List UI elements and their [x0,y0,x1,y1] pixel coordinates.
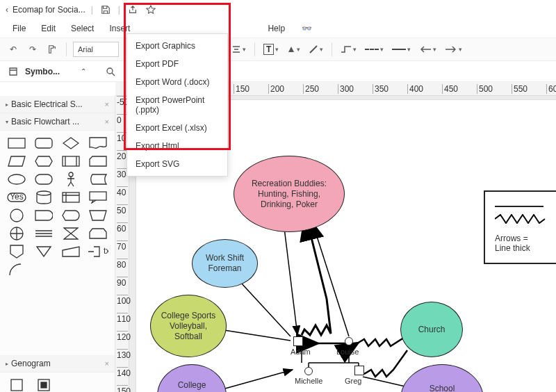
shape-offpage[interactable] [6,245,28,259]
shape-card[interactable] [86,154,109,168]
shape-circle[interactable] [6,209,28,222]
svg-text:Yes: Yes [10,193,24,202]
connector-button[interactable]: ▾ [338,42,359,57]
shape-internal-storage[interactable] [60,190,83,204]
menu-edit[interactable]: Edit [34,22,63,35]
shape-ellipse[interactable] [6,172,28,186]
fill-color-button[interactable]: ▾ [285,42,302,57]
arrow-start-button[interactable]: ▾ [417,42,439,57]
svg-point-6 [69,172,73,177]
menu-export-excel[interactable]: Export Excel (.xlsx) [127,119,227,137]
shape-predefined[interactable] [60,154,83,168]
shape-actor[interactable] [60,172,83,186]
shape-arc[interactable] [6,263,28,277]
shape-stored-data[interactable] [86,172,109,186]
node-michelle[interactable] [304,367,313,375]
close-panel-icon[interactable]: × [105,117,109,126]
symbols-label: Symbo... [25,67,76,76]
align-center-button[interactable]: ▾ [229,42,248,57]
separator [125,42,126,56]
node-louise[interactable] [345,337,353,345]
shape-manual-input[interactable] [60,245,83,259]
node-school[interactable]: School Good Student but very tense, [400,364,484,392]
undo-button[interactable]: ↶ [6,42,21,57]
svg-point-4 [8,174,25,184]
node-greg[interactable] [354,366,364,375]
panel-title: Basic Electrical S... [11,99,83,109]
star-icon[interactable] [144,3,158,17]
node-adam[interactable] [293,336,303,346]
svg-rect-1 [8,138,25,148]
panel-header-electrical[interactable]: ▸ Basic Electrical S... × [0,96,115,113]
menu-export-word[interactable]: Export Word (.docx) [127,73,227,91]
panel-header-flowchart[interactable]: ▾ Basic Flowchart ... × [0,113,115,131]
node-recreation[interactable]: Recreation Buddies: Hunting, Fishing, Dr… [234,156,345,232]
export-icon[interactable] [126,3,140,17]
menu-export-pdf[interactable]: Export PDF [127,55,227,73]
shape-collate[interactable] [60,227,83,240]
flowchart-shapes: Yes txt [0,131,115,282]
line-style-button[interactable]: ▾ [363,42,386,57]
shape-annotation[interactable]: txt [86,245,109,259]
label-adam: Adam [291,348,311,356]
shape-parallelogram[interactable] [6,154,28,168]
shape-rounded-rect[interactable] [33,136,56,150]
menu-export-powerpoint[interactable]: Export PowerPoint (.pptx) [127,91,227,119]
close-panel-icon[interactable]: × [105,359,109,368]
menu-bar: File Edit Select Insert Help 👓 [0,19,556,38]
search-symbols-button[interactable] [103,64,118,79]
chevron-up-icon[interactable]: ⌃ [81,67,86,75]
node-workshift[interactable]: Work Shift Foreman [192,239,258,288]
shape-rectangle[interactable] [6,136,28,150]
font-family-select[interactable]: Arial [73,42,119,57]
shape-manual-op[interactable] [86,209,109,222]
panel-header-genogram[interactable]: ▸ Genogram × [0,355,115,373]
shape-callout[interactable] [86,190,109,204]
menu-export-graphics[interactable]: Export Graphics [127,37,227,55]
arrow-end-button[interactable]: ▾ [443,42,464,57]
menu-export-svg[interactable]: Export SVG [127,155,227,173]
document-title: Ecomap for Socia... [13,5,85,15]
panel-title: Genogram [11,359,51,368]
binoculars-icon[interactable]: 👓 [302,24,312,33]
shape-square[interactable] [6,378,28,392]
shape-triple-line[interactable] [33,227,56,240]
menu-export-html[interactable]: Export Html [127,137,227,155]
text-tool-button[interactable]: T▾ [261,42,281,57]
shape-loop-limit[interactable] [86,227,109,240]
shape-or[interactable] [6,227,28,240]
library-icon[interactable] [6,64,21,79]
shape-hexagon[interactable] [33,154,56,168]
caret-right-icon: ▸ [6,101,8,108]
svg-rect-10 [63,193,79,202]
shape-merge[interactable] [33,245,56,259]
shape-database[interactable] [33,190,56,204]
svg-rect-2 [35,138,52,148]
shapes-sidebar: ▸ Basic Electrical S... × ▾ Basic Flowch… [0,96,115,392]
svg-point-12 [10,209,23,222]
format-painter-button[interactable] [44,42,60,57]
menu-help[interactable]: Help [261,22,292,35]
node-college-sports[interactable]: College Sports Volleyball, Softball [150,295,227,357]
shape-document[interactable] [86,136,109,150]
close-panel-icon[interactable]: × [105,100,109,108]
chevron-left-icon[interactable]: ‹ [6,5,8,15]
redo-button[interactable]: ↷ [25,42,40,57]
shape-square-fill[interactable] [33,378,56,392]
legend-zigzag-line [495,214,556,224]
line-weight-button[interactable]: ▾ [390,42,413,57]
node-scholarship[interactable]: College Sports Scholarship [157,364,227,392]
shape-yes-pill[interactable]: Yes [6,190,28,204]
save-icon[interactable] [99,3,113,17]
menu-select[interactable]: Select [64,22,101,35]
legend-thickness-text: Line thick [495,243,556,253]
node-church[interactable]: Church [400,302,463,357]
shape-delay[interactable] [33,209,56,222]
line-color-button[interactable]: ▾ [306,42,325,57]
menu-file[interactable]: File [6,22,33,35]
separator: | [118,5,120,15]
shape-terminator[interactable] [33,172,56,186]
shape-display[interactable] [60,209,83,222]
shape-diamond[interactable] [60,136,83,150]
main-area: ▸ Basic Electrical S... × ▾ Basic Flowch… [0,96,556,392]
